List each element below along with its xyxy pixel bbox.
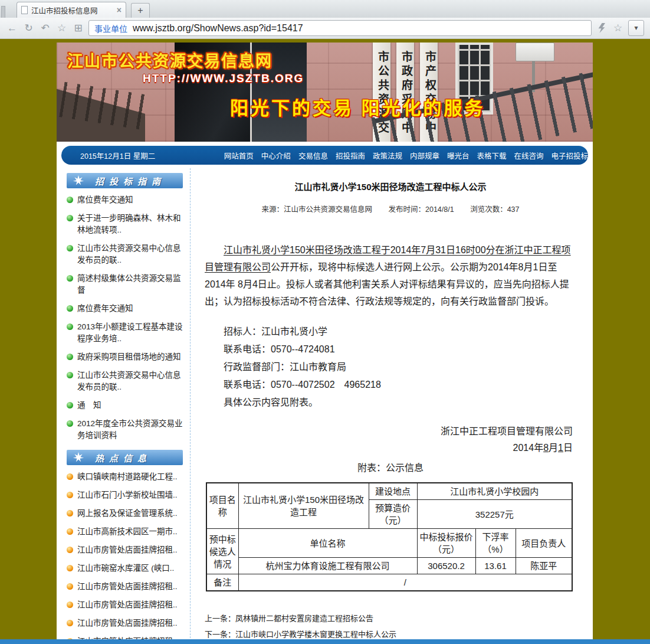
cell-manager: 陈亚平	[516, 558, 572, 574]
list-item[interactable]: 席位费年交通知	[67, 303, 183, 315]
nav-item-home[interactable]: 网站首页	[224, 150, 254, 161]
nav-item-trade-info[interactable]: 交易信息	[298, 150, 328, 161]
list-item[interactable]: 江山市房管处店面挂牌招租..	[67, 581, 183, 593]
ball-bullet-icon	[67, 601, 73, 608]
cell-budget: 352257元	[417, 500, 572, 529]
tab-bar: 江山市招投标信息网 × +	[0, 0, 650, 18]
list-item[interactable]: 江山市房管处店面挂牌招租..	[67, 544, 183, 556]
content-column: 市公共资源交易中 市政府采购中 市产权交易中 江山市公共资源交易信息网 HTTP…	[57, 43, 593, 644]
list-item[interactable]: 峡口镇峡南村道路硬化工程..	[67, 471, 183, 483]
signature-company: 浙江中正工程项目管理有限公司	[205, 423, 573, 440]
favorite-star-icon[interactable]: ☆	[612, 23, 624, 33]
list-item[interactable]: 江山市高新技术园区一期市..	[67, 526, 183, 538]
cell-project-name-label: 项目名称	[206, 483, 238, 529]
back-icon[interactable]: ←	[6, 23, 18, 33]
ball-bullet-icon	[67, 547, 73, 553]
ball-bullet-icon	[67, 620, 73, 626]
main-navbar: 2015年12月1日 星期二 网站首页 中心介绍 交易信息 招投指南 政策法规 …	[61, 146, 588, 165]
cell-remark: /	[238, 574, 572, 591]
publicity-table: 项目名称 江山市礼贤小学150米田径场改造工程 建设地点 江山市礼贤小学校园内 …	[206, 482, 573, 591]
list-item[interactable]: 简述村级集体公共资源交易监督	[67, 273, 183, 296]
list-item[interactable]: 江山市房管处店面挂牌招租..	[67, 599, 183, 611]
nav-item-internal-rules[interactable]: 内部规章	[410, 150, 439, 161]
apps-grid-icon[interactable]: ⊞	[72, 23, 84, 33]
nav-item-exposure[interactable]: 曝光台	[447, 150, 470, 161]
banner-ac-unit	[516, 43, 554, 61]
list-item[interactable]: 江山市公共资源交易中心信息发布员的联..	[67, 243, 183, 266]
nav-item-center-intro[interactable]: 中心介绍	[261, 150, 291, 161]
cell-budget-label: 预算造价（元）	[369, 500, 417, 529]
lightning-icon[interactable]	[598, 23, 605, 33]
signature-block: 浙江中正工程项目管理有限公司 2014年8月1日	[205, 423, 576, 456]
nav-item-bid-guide[interactable]: 招投指南	[336, 150, 365, 161]
guide-list: 席位费年交通知 关于进一步明确森林、林木和林地流转项.. 江山市公共资源交易中心…	[67, 194, 183, 442]
list-item[interactable]: 江山市石门小学新校址围墙..	[67, 489, 183, 501]
site-slogan: 阳光下的交易 阳光化的服务	[230, 93, 485, 120]
leaf-icon	[73, 175, 84, 187]
hot-list: 峡口镇峡南村道路硬化工程.. 江山市石门小学新校址围墙.. 网上报名及保证金管理…	[67, 471, 183, 644]
nav-item-form-download[interactable]: 表格下载	[477, 150, 506, 161]
body-columns: 招投标指南 席位费年交通知 关于进一步明确森林、林木和林地流转项.. 江山市公共…	[57, 168, 593, 644]
list-item[interactable]: 关于进一步明确森林、林木和林地流转项..	[67, 213, 183, 236]
article-paragraph: 江山市礼贤小学150米田径场改造工程于2014年7月31日16时00分在浙江中正…	[205, 241, 576, 310]
ball-bullet-icon	[67, 565, 73, 571]
article-meta: 来源：江山市公共资源交易信息网 发布时间：2014/8/1 浏览次数：437	[205, 203, 576, 214]
phone-line: 联系电话：0570--4724081	[224, 341, 576, 358]
phone-line-2: 联系电话：0570--4072502 4965218	[224, 376, 576, 394]
list-item[interactable]: 江山市碗窑水库灌区 (峡口..	[67, 563, 183, 574]
site-url: HTTP://WWW.JSZTB.ORG	[143, 72, 304, 85]
article-source: 来源：江山市公共资源交易信息网	[261, 205, 372, 214]
url-bar[interactable]: 事业单位 www.jsztb.org/ShowNews.asp?id=15417	[88, 20, 592, 36]
ball-bullet-icon	[67, 510, 73, 516]
list-item[interactable]: 政府采购项目租借场地的通知	[67, 351, 183, 363]
screen: 江山市招投标信息网 × + ← ↻ ↶ ☆ ⊞ 事业单位 www.jsztb.o…	[0, 0, 650, 644]
leaf-bullet-icon	[67, 305, 73, 312]
refresh-icon[interactable]: ↻	[22, 23, 35, 33]
leaf-bullet-icon	[67, 215, 73, 221]
cell-location: 江山市礼贤小学校园内	[417, 483, 572, 500]
list-item[interactable]: 网上报名及保证金管理系统..	[67, 508, 183, 519]
navbar-links: 网站首页 中心介绍 交易信息 招投指南 政策法规 内部规章 曝光台 表格下载 在…	[224, 150, 588, 161]
leaf-bullet-icon	[67, 420, 73, 427]
dropdown-button[interactable]: ▾	[628, 20, 644, 36]
leaf-icon	[73, 452, 84, 463]
new-tab-button[interactable]: +	[131, 3, 150, 18]
article-publish-time: 发布时间：2014/8/1	[388, 205, 454, 214]
tab-title: 江山市招投标信息网	[31, 5, 113, 16]
leaf-bullet-icon	[67, 354, 73, 360]
signature-date: 2014年8月1日	[205, 440, 573, 456]
cell-remark-label: 备注	[206, 574, 238, 591]
list-item[interactable]: 2013年小额建设工程基本建设程序业务培..	[67, 321, 183, 345]
nav-item-online-consult[interactable]: 在线咨询	[514, 150, 543, 161]
history-icon[interactable]: ↶	[39, 23, 51, 33]
sidebar-header-hot: 热点信息	[67, 450, 183, 465]
ball-bullet-icon	[67, 492, 73, 498]
browser-tab[interactable]: 江山市招投标信息网 ×	[17, 2, 126, 18]
list-item[interactable]: 2012年度全市公共资源交易业务培训资料	[67, 418, 183, 442]
prev-article-link[interactable]: 上一条：凤林镇卅二都村安置房建造工程招标公告	[205, 610, 576, 626]
nav-item-policies[interactable]: 政策法规	[373, 150, 402, 161]
cell-bidprice-header: 中标投标报价（元）	[417, 529, 475, 558]
leaf-bullet-icon	[67, 402, 73, 408]
contact-block: 招标人：江山市礼贤小学 联系电话：0570--4724081 行政监督部门：江山…	[224, 323, 576, 411]
sidebar-header-guide: 招投标指南	[67, 173, 183, 188]
list-item[interactable]: 通 知	[67, 400, 183, 411]
cell-candidate-label: 预中标候选人情况	[206, 529, 238, 574]
web-page: 市公共资源交易中 市政府采购中 市产权交易中 江山市公共资源交易信息网 HTTP…	[0, 39, 650, 644]
cell-project-name: 江山市礼贤小学150米田径场改造工程	[238, 483, 369, 529]
attachment-label: 附表：公示信息	[205, 460, 576, 474]
list-item[interactable]: 江山市公共资源交易中心信息发布员的联..	[67, 370, 183, 393]
list-item[interactable]: 席位费年交通知	[67, 194, 183, 206]
nav-item-e-bidding[interactable]: 电子招投标	[551, 150, 588, 161]
site-title: 江山市公共资源交易信息网	[67, 48, 273, 71]
article-view-count: 浏览次数：437	[470, 205, 519, 214]
tab-close-icon[interactable]: ×	[117, 5, 122, 15]
cell-manager-header: 项目负责人	[516, 529, 572, 558]
article-title: 江山市礼贤小学150米田径场改造工程中标人公示	[205, 180, 576, 192]
bookmark-star-icon[interactable]: ☆	[55, 23, 68, 33]
list-item[interactable]: 江山市房管处店面挂牌招租..	[67, 617, 183, 629]
leaf-bullet-icon	[67, 372, 73, 378]
url-text[interactable]: www.jsztb.org/ShowNews.asp?id=15417	[133, 23, 303, 34]
cell-company-header: 单位名称	[238, 529, 417, 558]
browser-chrome: 江山市招投标信息网 × + ← ↻ ↶ ☆ ⊞ 事业单位 www.jsztb.o…	[0, 0, 650, 39]
